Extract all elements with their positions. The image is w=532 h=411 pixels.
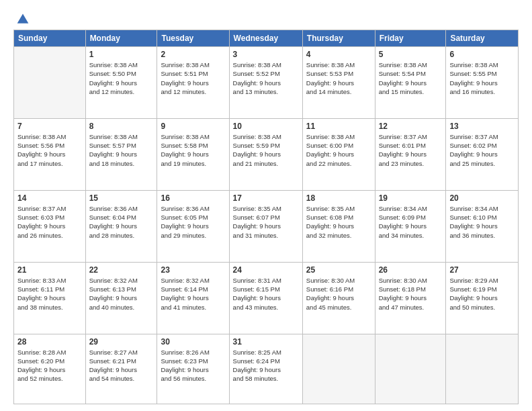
calendar-cell: 20 Sunrise: 8:34 AMSunset: 6:10 PMDaylig…: [446, 190, 519, 262]
day-info: Sunrise: 8:32 AMSunset: 6:13 PMDaylight:…: [89, 276, 154, 312]
col-tuesday: Tuesday: [157, 30, 229, 47]
calendar-cell: [375, 334, 446, 404]
calendar-cell: 9 Sunrise: 8:38 AMSunset: 5:58 PMDayligh…: [157, 118, 229, 190]
day-number: 12: [379, 122, 443, 131]
calendar-cell: 2 Sunrise: 8:38 AMSunset: 5:51 PMDayligh…: [157, 47, 229, 119]
calendar-cell: 8 Sunrise: 8:38 AMSunset: 5:57 PMDayligh…: [85, 118, 157, 190]
calendar-cell: 16 Sunrise: 8:36 AMSunset: 6:05 PMDaylig…: [157, 190, 229, 262]
day-info: Sunrise: 8:38 AMSunset: 6:00 PMDaylight:…: [306, 132, 371, 168]
col-wednesday: Wednesday: [229, 30, 302, 47]
header: [13, 12, 519, 23]
day-info: Sunrise: 8:28 AMSunset: 6:20 PMDaylight:…: [17, 348, 82, 383]
calendar-cell: 26 Sunrise: 8:30 AMSunset: 6:18 PMDaylig…: [375, 262, 446, 334]
day-number: 31: [233, 337, 299, 347]
calendar-cell: 22 Sunrise: 8:32 AMSunset: 6:13 PMDaylig…: [85, 262, 157, 334]
day-number: 4: [306, 50, 371, 59]
calendar-cell: 11 Sunrise: 8:38 AMSunset: 6:00 PMDaylig…: [302, 118, 375, 190]
day-info: Sunrise: 8:35 AMSunset: 6:08 PMDaylight:…: [306, 204, 371, 240]
day-info: Sunrise: 8:38 AMSunset: 5:57 PMDaylight:…: [89, 132, 154, 168]
col-friday: Friday: [375, 30, 446, 47]
day-number: 21: [17, 265, 82, 275]
week-row-1: 1 Sunrise: 8:38 AMSunset: 5:50 PMDayligh…: [14, 47, 519, 119]
page: Sunday Monday Tuesday Wednesday Thursday…: [0, 0, 532, 411]
calendar-cell: 5 Sunrise: 8:38 AMSunset: 5:54 PMDayligh…: [375, 47, 446, 119]
calendar-cell: 29 Sunrise: 8:27 AMSunset: 6:21 PMDaylig…: [85, 334, 157, 404]
logo: [13, 12, 30, 23]
calendar-cell: 4 Sunrise: 8:38 AMSunset: 5:53 PMDayligh…: [302, 47, 375, 119]
day-info: Sunrise: 8:34 AMSunset: 6:10 PMDaylight:…: [449, 204, 515, 240]
day-info: Sunrise: 8:35 AMSunset: 6:07 PMDaylight:…: [233, 204, 299, 240]
day-number: 10: [233, 122, 299, 131]
day-number: 3: [233, 50, 299, 59]
day-number: 30: [161, 337, 225, 347]
day-number: 9: [161, 122, 225, 131]
day-number: 6: [449, 50, 515, 59]
day-number: 23: [161, 265, 225, 275]
day-number: 22: [89, 265, 154, 275]
logo-icon: [16, 12, 30, 26]
day-number: 18: [306, 193, 371, 203]
calendar-cell: 31 Sunrise: 8:25 AMSunset: 6:24 PMDaylig…: [229, 334, 302, 404]
day-number: 16: [161, 193, 225, 203]
calendar-cell: 6 Sunrise: 8:38 AMSunset: 5:55 PMDayligh…: [446, 47, 519, 119]
week-row-3: 14 Sunrise: 8:37 AMSunset: 6:03 PMDaylig…: [14, 190, 519, 262]
day-info: Sunrise: 8:37 AMSunset: 6:01 PMDaylight:…: [379, 132, 443, 168]
calendar-cell: 17 Sunrise: 8:35 AMSunset: 6:07 PMDaylig…: [229, 190, 302, 262]
day-number: 15: [89, 193, 154, 203]
day-info: Sunrise: 8:37 AMSunset: 6:02 PMDaylight:…: [449, 132, 515, 168]
calendar-cell: 27 Sunrise: 8:29 AMSunset: 6:19 PMDaylig…: [446, 262, 519, 334]
day-info: Sunrise: 8:37 AMSunset: 6:03 PMDaylight:…: [17, 204, 82, 240]
day-number: 8: [89, 122, 154, 131]
col-monday: Monday: [85, 30, 157, 47]
day-info: Sunrise: 8:38 AMSunset: 5:58 PMDaylight:…: [161, 132, 225, 168]
day-info: Sunrise: 8:30 AMSunset: 6:16 PMDaylight:…: [306, 276, 371, 312]
day-info: Sunrise: 8:33 AMSunset: 6:11 PMDaylight:…: [17, 276, 82, 312]
calendar-cell: 7 Sunrise: 8:38 AMSunset: 5:56 PMDayligh…: [14, 118, 86, 190]
calendar-cell: 18 Sunrise: 8:35 AMSunset: 6:08 PMDaylig…: [302, 190, 375, 262]
week-row-4: 21 Sunrise: 8:33 AMSunset: 6:11 PMDaylig…: [14, 262, 519, 334]
day-number: 1: [89, 50, 154, 59]
calendar-cell: 12 Sunrise: 8:37 AMSunset: 6:01 PMDaylig…: [375, 118, 446, 190]
day-info: Sunrise: 8:38 AMSunset: 5:54 PMDaylight:…: [379, 60, 443, 96]
day-info: Sunrise: 8:25 AMSunset: 6:24 PMDaylight:…: [233, 348, 299, 383]
calendar-cell: [302, 334, 375, 404]
col-sunday: Sunday: [14, 30, 86, 47]
day-number: 5: [379, 50, 443, 59]
calendar-cell: 25 Sunrise: 8:30 AMSunset: 6:16 PMDaylig…: [302, 262, 375, 334]
day-info: Sunrise: 8:34 AMSunset: 6:09 PMDaylight:…: [379, 204, 443, 240]
day-info: Sunrise: 8:36 AMSunset: 6:04 PMDaylight:…: [89, 204, 154, 240]
week-row-5: 28 Sunrise: 8:28 AMSunset: 6:20 PMDaylig…: [14, 334, 519, 404]
day-number: 13: [449, 122, 515, 131]
calendar-cell: 19 Sunrise: 8:34 AMSunset: 6:09 PMDaylig…: [375, 190, 446, 262]
calendar-body: 1 Sunrise: 8:38 AMSunset: 5:50 PMDayligh…: [14, 47, 519, 404]
svg-marker-0: [17, 14, 29, 24]
day-info: Sunrise: 8:30 AMSunset: 6:18 PMDaylight:…: [379, 276, 443, 312]
calendar-cell: [446, 334, 519, 404]
day-number: 20: [449, 193, 515, 203]
calendar-cell: 23 Sunrise: 8:32 AMSunset: 6:14 PMDaylig…: [157, 262, 229, 334]
week-row-2: 7 Sunrise: 8:38 AMSunset: 5:56 PMDayligh…: [14, 118, 519, 190]
day-info: Sunrise: 8:38 AMSunset: 5:52 PMDaylight:…: [233, 60, 299, 96]
calendar-cell: 30 Sunrise: 8:26 AMSunset: 6:23 PMDaylig…: [157, 334, 229, 404]
col-thursday: Thursday: [302, 30, 375, 47]
calendar-cell: 24 Sunrise: 8:31 AMSunset: 6:15 PMDaylig…: [229, 262, 302, 334]
day-info: Sunrise: 8:38 AMSunset: 5:56 PMDaylight:…: [17, 132, 82, 168]
calendar-table: Sunday Monday Tuesday Wednesday Thursday…: [13, 30, 519, 404]
day-number: 29: [89, 337, 154, 347]
day-number: 24: [233, 265, 299, 275]
day-number: 27: [449, 265, 515, 275]
day-info: Sunrise: 8:38 AMSunset: 5:55 PMDaylight:…: [449, 60, 515, 96]
day-info: Sunrise: 8:32 AMSunset: 6:14 PMDaylight:…: [161, 276, 225, 312]
day-number: 26: [379, 265, 443, 275]
calendar-cell: 10 Sunrise: 8:38 AMSunset: 5:59 PMDaylig…: [229, 118, 302, 190]
day-info: Sunrise: 8:36 AMSunset: 6:05 PMDaylight:…: [161, 204, 225, 240]
day-info: Sunrise: 8:31 AMSunset: 6:15 PMDaylight:…: [233, 276, 299, 312]
day-info: Sunrise: 8:27 AMSunset: 6:21 PMDaylight:…: [89, 348, 154, 383]
day-info: Sunrise: 8:38 AMSunset: 5:50 PMDaylight:…: [89, 60, 154, 96]
day-number: 2: [161, 50, 225, 59]
calendar-cell: 15 Sunrise: 8:36 AMSunset: 6:04 PMDaylig…: [85, 190, 157, 262]
calendar-cell: 14 Sunrise: 8:37 AMSunset: 6:03 PMDaylig…: [14, 190, 86, 262]
day-number: 14: [17, 193, 82, 203]
calendar-cell: 1 Sunrise: 8:38 AMSunset: 5:50 PMDayligh…: [85, 47, 157, 119]
col-saturday: Saturday: [446, 30, 519, 47]
